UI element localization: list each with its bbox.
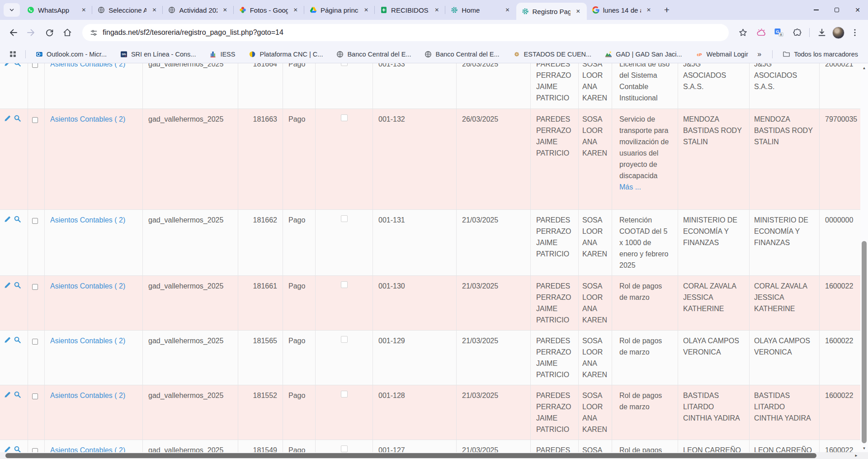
row-checkbox[interactable] [32,393,38,399]
forward-arrow-icon [26,28,36,38]
flag-checkbox[interactable] [341,391,348,397]
home-button[interactable] [60,25,75,40]
browser-tab[interactable]: Seleccione Ac ✕ [92,0,163,20]
edit-pencil-icon[interactable] [4,336,11,344]
tab-label: Seleccione Ac [108,6,146,14]
menu-button[interactable] [847,25,863,40]
tab-close-icon[interactable]: ✕ [362,6,370,14]
flag-checkbox[interactable] [341,281,348,288]
responsable1-cell: PAREDES PERRAZO JAIME PATRICIO [531,63,579,109]
tab-label: WhatsApp [38,6,76,14]
profile-avatar[interactable] [832,27,844,39]
bookmark-item[interactable]: Webmail Login [692,49,749,60]
edit-pencil-icon[interactable] [4,63,11,67]
asientos-contables-link[interactable]: Asientos Contables ( 2) [50,337,125,345]
bookmark-item[interactable]: GAD | GAD San Jaci... [601,49,685,60]
flag-checkbox[interactable] [341,445,348,452]
flag-checkbox[interactable] [341,336,348,343]
star-icon [738,28,748,38]
bookmark-item[interactable]: Outlook.com - Micr... [32,49,110,60]
bookmark-item[interactable]: IESS [206,49,239,60]
bookmark-item[interactable]: Banco Central del E... [333,49,415,60]
row-checkbox[interactable] [32,117,38,123]
flag-checkbox[interactable] [341,114,348,121]
outlook-icon [36,51,43,58]
browser-tab[interactable]: Página princi ✕ [304,0,375,20]
browser-tab[interactable]: Registro Pago ✕ [516,3,587,20]
registro-number-cell: 181661 [238,276,283,330]
browser-tab[interactable]: Home ✕ [445,0,516,20]
row-checkbox[interactable] [32,284,38,290]
view-magnifier-icon[interactable] [14,281,21,289]
tab-close-icon[interactable]: ✕ [292,6,300,14]
browser-tab[interactable]: lunes 14 de a ✕ [587,0,657,20]
row-checkbox[interactable] [32,63,38,68]
apps-grid-button[interactable] [6,48,19,61]
bookmarks-overflow-chevron[interactable]: » [753,50,766,58]
browser-tab[interactable]: Fotos - Goog ✕ [234,0,304,20]
reload-button[interactable] [42,25,57,40]
row-checkbox[interactable] [32,339,38,345]
scroll-down-arrow[interactable]: ▼ [860,445,868,452]
tab-close-icon[interactable]: ✕ [645,6,653,14]
globe-icon [425,51,432,58]
asientos-contables-link[interactable]: Asientos Contables ( 2) [50,115,125,123]
scroll-right-arrow[interactable]: ► [853,452,859,459]
scroll-up-arrow[interactable]: ▲ [860,64,868,72]
asientos-contables-link[interactable]: Asientos Contables ( 2) [50,282,125,290]
asientos-contables-link[interactable]: Asientos Contables ( 2) [50,216,125,224]
bookmark-item[interactable]: Plataforma CNC | C... [245,49,326,60]
horizontal-scroll-thumb[interactable] [5,453,816,458]
address-bar[interactable]: fingads.net/sf2/tesoreria/registro_pago_… [82,24,729,41]
all-bookmarks-button[interactable]: Todos los marcadores [779,48,862,60]
browser-tab[interactable]: Actividad 202 ✕ [163,0,233,20]
browser-tab[interactable]: WhatsApp ✕ [22,0,92,20]
fecha-cell: 26/03/2025 [457,63,531,109]
horizontal-scrollbar[interactable]: ► [0,452,860,459]
view-magnifier-icon[interactable] [14,114,21,122]
close-button[interactable]: ✕ [847,0,868,20]
bookmark-star-button[interactable] [735,25,750,40]
view-magnifier-icon[interactable] [14,336,21,344]
forward-button[interactable] [24,25,39,40]
back-button[interactable] [5,25,21,40]
vertical-scrollbar[interactable]: ▲ ▼ [860,63,868,452]
tab-close-icon[interactable]: ✕ [504,6,512,14]
minimize-button[interactable] [806,0,826,20]
mas-link[interactable]: Más ... [619,181,670,193]
asientos-contables-link[interactable]: Asientos Contables ( 2) [50,392,125,399]
edit-pencil-icon[interactable] [4,114,11,122]
edit-pencil-icon[interactable] [4,281,11,289]
view-magnifier-icon[interactable] [14,63,21,67]
url-text[interactable]: fingads.net/sf2/tesoreria/registro_pago_… [103,28,283,37]
tab-close-icon[interactable]: ✕ [150,6,158,14]
new-tab-button[interactable]: + [660,3,674,17]
asientos-contables-link[interactable]: Asientos Contables ( 2) [50,63,125,68]
flag-checkbox[interactable] [341,63,348,66]
row-checkbox[interactable] [32,218,38,224]
bookmark-item[interactable]: Banco Central del E... [421,49,503,60]
translate-button[interactable]: GA [771,25,787,40]
maximize-button[interactable] [826,0,847,20]
edit-pencil-icon[interactable] [4,215,11,223]
row-select-cell [28,385,45,440]
bookmark-item[interactable]: ESTADOS DE CUEN... [509,49,595,60]
row-select-cell [28,276,45,330]
site-info-tune-icon[interactable] [90,28,98,37]
flag-checkbox[interactable] [341,215,348,222]
bookmark-label: ESTADOS DE CUEN... [524,51,592,58]
vertical-scroll-thumb[interactable] [862,241,867,443]
browser-tab[interactable]: RECIBIDOS.xls ✕ [375,0,445,20]
extensions-button[interactable] [789,25,805,40]
bookmark-item[interactable]: SRI en Línea - Cons... [117,49,199,60]
view-magnifier-icon[interactable] [14,391,21,398]
extension-cloud-button[interactable] [753,25,769,40]
tab-close-icon[interactable]: ✕ [221,6,229,14]
tab-search-button[interactable] [4,3,20,17]
tab-close-icon[interactable]: ✕ [433,6,441,14]
tab-close-icon[interactable]: ✕ [574,7,582,15]
view-magnifier-icon[interactable] [14,215,21,223]
tab-close-icon[interactable]: ✕ [80,6,88,14]
edit-pencil-icon[interactable] [4,391,11,398]
downloads-button[interactable] [814,25,830,40]
